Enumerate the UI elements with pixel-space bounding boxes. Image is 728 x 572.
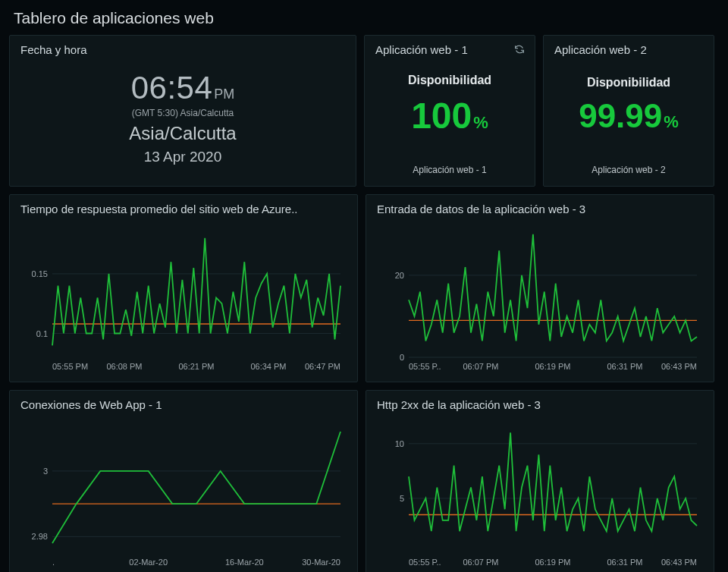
svg-text:3: 3 xyxy=(43,467,48,476)
svg-text:06:47 PM: 06:47 PM xyxy=(305,362,340,371)
svg-text:2.98: 2.98 xyxy=(32,532,48,541)
chart-title-connections: Conexiones de Web App - 1 xyxy=(20,398,347,411)
svg-text:05:55 P..: 05:55 P.. xyxy=(409,362,441,371)
refresh-icon[interactable] xyxy=(513,43,526,55)
svg-text:06:19 PM: 06:19 PM xyxy=(535,362,570,371)
svg-text:02-Mar-20: 02-Mar-20 xyxy=(129,558,168,567)
svg-text:0.1: 0.1 xyxy=(36,329,48,338)
svg-text:16-Mar-20: 16-Mar-20 xyxy=(225,558,264,567)
svg-text:06:31 PM: 06:31 PM xyxy=(607,558,642,567)
svg-text:0.15: 0.15 xyxy=(32,269,48,278)
chart-panel-connections: Conexiones de Web App - 1 2.983.02-Mar-2… xyxy=(9,390,358,572)
availability-footer-2: Aplicación web - 2 xyxy=(554,165,703,175)
date-value: 13 Apr 2020 xyxy=(144,149,221,165)
svg-text:06:08 PM: 06:08 PM xyxy=(106,362,142,371)
svg-text:06:07 PM: 06:07 PM xyxy=(463,362,498,371)
panel-title-datetime: Fecha y hora xyxy=(20,43,345,56)
availability-unit-2: % xyxy=(664,112,679,131)
svg-text:20: 20 xyxy=(395,271,404,280)
dashboard-title: Tablero de aplicaciones web xyxy=(9,6,719,35)
svg-text:06:19 PM: 06:19 PM xyxy=(535,558,570,567)
chart-title-data-in: Entrada de datos de la aplicación web - … xyxy=(377,203,703,215)
chart-title-response-time: Tiempo de respuesta promedio del sitio w… xyxy=(20,203,347,215)
svg-text:06:31 PM: 06:31 PM xyxy=(607,362,642,371)
availability-label-1: Disponibilidad xyxy=(408,74,491,87)
timezone-offset: (GMT 5:30) Asia/Calcutta xyxy=(132,108,234,118)
svg-text:05:55 P..: 05:55 P.. xyxy=(409,558,441,567)
panel-title-avail1: Aplicación web - 1 xyxy=(375,43,524,56)
chart-panel-response-time: Tiempo de respuesta promedio del sitio w… xyxy=(9,194,358,382)
datetime-panel: Fecha y hora 06:54PM (GMT 5:30) Asia/Cal… xyxy=(9,35,356,187)
availability-value-2: 99.99 xyxy=(579,97,662,134)
availability-unit-1: % xyxy=(473,113,488,132)
availability-panel-1: Aplicación web - 1 Disponibilidad 100% A… xyxy=(364,35,535,187)
svg-text:30-Mar-20: 30-Mar-20 xyxy=(302,558,340,567)
svg-text:06:43 PM: 06:43 PM xyxy=(661,558,697,567)
svg-text:06:34 PM: 06:34 PM xyxy=(250,362,286,371)
svg-text:0: 0 xyxy=(400,353,404,362)
chart-panel-http2xx: Http 2xx de la aplicación web - 3 51005:… xyxy=(366,390,714,572)
panel-title-avail2: Aplicación web - 2 xyxy=(554,43,703,56)
svg-text:06:43 PM: 06:43 PM xyxy=(661,362,697,371)
svg-text:10: 10 xyxy=(395,439,404,448)
availability-value-1: 100 xyxy=(411,96,472,136)
time-value: 06:54 xyxy=(131,70,213,105)
time-meridiem: PM xyxy=(214,86,234,102)
availability-label-2: Disponibilidad xyxy=(587,76,670,90)
timezone-name: Asia/Calcutta xyxy=(129,123,236,144)
availability-panel-2: Aplicación web - 2 Disponibilidad 99.99%… xyxy=(543,35,714,187)
availability-footer-1: Aplicación web - 1 xyxy=(375,165,524,175)
chart-title-http2xx: Http 2xx de la aplicación web - 3 xyxy=(377,398,703,411)
svg-text:.: . xyxy=(52,558,55,567)
svg-text:05:55 PM: 05:55 PM xyxy=(52,362,88,371)
svg-text:5: 5 xyxy=(400,494,404,503)
svg-text:06:21 PM: 06:21 PM xyxy=(178,362,214,371)
svg-text:06:07 PM: 06:07 PM xyxy=(463,558,498,567)
chart-panel-data-in: Entrada de datos de la aplicación web - … xyxy=(366,194,714,382)
